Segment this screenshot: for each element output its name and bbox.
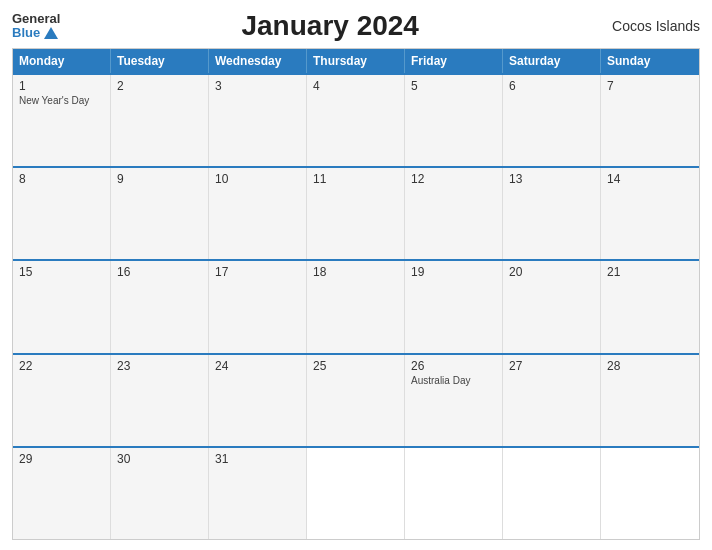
day-of-week-tuesday: Tuesday bbox=[111, 49, 209, 73]
calendar-cell: 25 bbox=[307, 355, 405, 446]
day-of-week-sunday: Sunday bbox=[601, 49, 699, 73]
calendar-cell: 1New Year's Day bbox=[13, 75, 111, 166]
calendar-cell: 7 bbox=[601, 75, 699, 166]
day-number: 22 bbox=[19, 359, 104, 373]
calendar-week-1: 1New Year's Day234567 bbox=[13, 73, 699, 166]
calendar-cell: 5 bbox=[405, 75, 503, 166]
logo-blue-text: Blue bbox=[12, 26, 58, 40]
day-number: 31 bbox=[215, 452, 300, 466]
day-number: 19 bbox=[411, 265, 496, 279]
calendar-cell: 18 bbox=[307, 261, 405, 352]
calendar-cell: 15 bbox=[13, 261, 111, 352]
day-event: New Year's Day bbox=[19, 95, 104, 106]
calendar-week-4: 2223242526Australia Day2728 bbox=[13, 353, 699, 446]
calendar-cell: 31 bbox=[209, 448, 307, 539]
day-of-week-saturday: Saturday bbox=[503, 49, 601, 73]
day-event: Australia Day bbox=[411, 375, 496, 386]
day-number: 30 bbox=[117, 452, 202, 466]
day-number: 23 bbox=[117, 359, 202, 373]
day-number: 11 bbox=[313, 172, 398, 186]
calendar-day-headers: MondayTuesdayWednesdayThursdayFridaySatu… bbox=[13, 49, 699, 73]
calendar-cell: 2 bbox=[111, 75, 209, 166]
logo-general-text: General bbox=[12, 12, 60, 26]
page: General Blue January 2024 Cocos Islands … bbox=[0, 0, 712, 550]
calendar-week-5: 293031 bbox=[13, 446, 699, 539]
calendar-week-3: 15161718192021 bbox=[13, 259, 699, 352]
calendar-cell: 28 bbox=[601, 355, 699, 446]
calendar-cell: 3 bbox=[209, 75, 307, 166]
day-of-week-monday: Monday bbox=[13, 49, 111, 73]
day-number: 6 bbox=[509, 79, 594, 93]
calendar-cell: 30 bbox=[111, 448, 209, 539]
calendar-cell: 11 bbox=[307, 168, 405, 259]
day-number: 7 bbox=[607, 79, 693, 93]
day-number: 20 bbox=[509, 265, 594, 279]
day-number: 13 bbox=[509, 172, 594, 186]
day-number: 8 bbox=[19, 172, 104, 186]
day-of-week-wednesday: Wednesday bbox=[209, 49, 307, 73]
calendar-cell: 22 bbox=[13, 355, 111, 446]
calendar-cell: 10 bbox=[209, 168, 307, 259]
day-number: 27 bbox=[509, 359, 594, 373]
calendar-cell: 12 bbox=[405, 168, 503, 259]
calendar-cell: 23 bbox=[111, 355, 209, 446]
calendar-cell bbox=[503, 448, 601, 539]
calendar-cell: 19 bbox=[405, 261, 503, 352]
day-number: 17 bbox=[215, 265, 300, 279]
logo: General Blue bbox=[12, 12, 60, 41]
calendar-cell: 21 bbox=[601, 261, 699, 352]
day-number: 24 bbox=[215, 359, 300, 373]
day-number: 26 bbox=[411, 359, 496, 373]
day-number: 16 bbox=[117, 265, 202, 279]
calendar-header: General Blue January 2024 Cocos Islands bbox=[12, 10, 700, 42]
calendar-cell: 20 bbox=[503, 261, 601, 352]
calendar-cell: 9 bbox=[111, 168, 209, 259]
day-number: 4 bbox=[313, 79, 398, 93]
calendar-cell: 26Australia Day bbox=[405, 355, 503, 446]
day-of-week-friday: Friday bbox=[405, 49, 503, 73]
calendar-week-2: 891011121314 bbox=[13, 166, 699, 259]
day-number: 14 bbox=[607, 172, 693, 186]
day-number: 15 bbox=[19, 265, 104, 279]
calendar-cell: 14 bbox=[601, 168, 699, 259]
day-number: 10 bbox=[215, 172, 300, 186]
logo-triangle-icon bbox=[44, 27, 58, 39]
day-number: 9 bbox=[117, 172, 202, 186]
calendar-cell bbox=[601, 448, 699, 539]
day-number: 28 bbox=[607, 359, 693, 373]
calendar-cell bbox=[307, 448, 405, 539]
calendar-cell: 8 bbox=[13, 168, 111, 259]
calendar-cell bbox=[405, 448, 503, 539]
calendar-cell: 16 bbox=[111, 261, 209, 352]
day-number: 12 bbox=[411, 172, 496, 186]
day-number: 3 bbox=[215, 79, 300, 93]
day-number: 2 bbox=[117, 79, 202, 93]
day-number: 5 bbox=[411, 79, 496, 93]
day-number: 25 bbox=[313, 359, 398, 373]
calendar-cell: 24 bbox=[209, 355, 307, 446]
calendar: MondayTuesdayWednesdayThursdayFridaySatu… bbox=[12, 48, 700, 540]
day-number: 21 bbox=[607, 265, 693, 279]
calendar-cell: 27 bbox=[503, 355, 601, 446]
calendar-body: 1New Year's Day2345678910111213141516171… bbox=[13, 73, 699, 539]
region-label: Cocos Islands bbox=[600, 18, 700, 34]
calendar-cell: 6 bbox=[503, 75, 601, 166]
day-number: 29 bbox=[19, 452, 104, 466]
calendar-cell: 17 bbox=[209, 261, 307, 352]
calendar-cell: 13 bbox=[503, 168, 601, 259]
calendar-cell: 4 bbox=[307, 75, 405, 166]
day-number: 1 bbox=[19, 79, 104, 93]
calendar-title: January 2024 bbox=[60, 10, 600, 42]
calendar-cell: 29 bbox=[13, 448, 111, 539]
day-of-week-thursday: Thursday bbox=[307, 49, 405, 73]
day-number: 18 bbox=[313, 265, 398, 279]
